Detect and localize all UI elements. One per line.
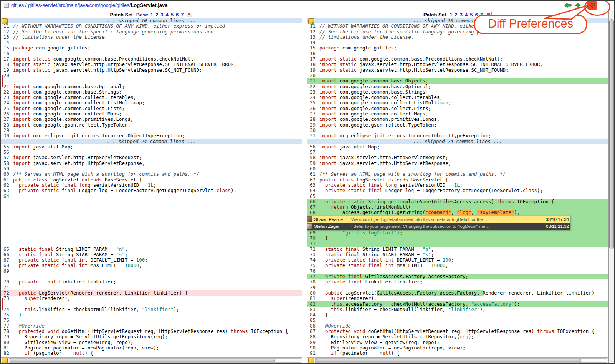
line-number[interactable]: 25 (307, 100, 317, 105)
line-number[interactable]: 19 (307, 68, 317, 73)
left-horizontal-scrollbar[interactable] (1, 357, 302, 363)
line-number[interactable]: 12 (1, 29, 11, 35)
up-to-change-icon[interactable] (575, 2, 581, 8)
line-number[interactable]: 65 (1, 247, 11, 252)
patchset-option-3[interactable]: 3 (160, 12, 163, 18)
line-number[interactable]: 58 (1, 161, 11, 166)
line-number[interactable]: 62 (1, 183, 11, 188)
file-comment-icon[interactable] (308, 18, 314, 24)
line-number[interactable]: 67 (1, 257, 11, 263)
scrollbar-thumb[interactable] (609, 19, 614, 249)
scrollbar-track[interactable] (9, 358, 301, 363)
line-number[interactable]: 68 (307, 210, 317, 215)
vertical-scrollbar[interactable] (608, 10, 614, 363)
line-number[interactable]: 77 (307, 274, 317, 279)
line-number[interactable] (1, 199, 11, 204)
line-number[interactable]: 90 (307, 345, 317, 351)
line-number[interactable]: 22 (1, 89, 11, 95)
line-number[interactable] (1, 274, 11, 279)
line-number[interactable]: 14 (1, 40, 11, 45)
line-number[interactable]: 67 (307, 204, 317, 210)
line-number[interactable]: 63 (307, 183, 317, 188)
line-number[interactable]: 55 (1, 144, 11, 150)
line-number[interactable]: 82 (1, 351, 11, 356)
line-number[interactable]: 64 (307, 188, 317, 193)
line-number[interactable]: 16 (307, 51, 317, 56)
patchset-option-1[interactable]: 1 (150, 12, 153, 18)
line-number[interactable]: 78 (1, 329, 11, 334)
scrollbar-thumb[interactable] (316, 359, 581, 362)
line-number[interactable] (1, 204, 11, 210)
line-number[interactable]: 71 (1, 285, 11, 290)
line-number[interactable]: 65 (307, 194, 317, 199)
patchset-option-5[interactable]: 5 (470, 12, 473, 18)
line-number[interactable]: 18 (1, 62, 11, 67)
line-number[interactable]: 82 (307, 301, 317, 307)
line-number[interactable]: 57 (307, 150, 317, 155)
line-number[interactable]: 24 (1, 100, 11, 105)
line-number[interactable]: 80 (1, 340, 11, 345)
breadcrumb-project-link[interactable]: gitiles (11, 2, 24, 8)
line-number[interactable]: 59 (307, 161, 317, 166)
line-number[interactable]: 81 (307, 296, 317, 301)
skipped-lines-banner[interactable]: ... skipped 24 common lines ... (307, 139, 608, 144)
line-number[interactable]: 12 (307, 29, 317, 35)
line-number[interactable]: 63 (1, 188, 11, 193)
line-number[interactable]: 18 (307, 62, 317, 67)
skipped-lines-banner[interactable]: ... skipped 10 common lines ... (1, 18, 302, 23)
line-number[interactable] (1, 230, 11, 236)
patchset-option-7[interactable]: 7 (181, 12, 184, 18)
line-number[interactable]: 21 (307, 78, 317, 84)
scrollbar-track[interactable] (315, 358, 607, 363)
patchset-option-4[interactable]: 4 (465, 12, 468, 18)
diff-preferences-button[interactable]: ⚙ (587, 1, 597, 10)
breadcrumb-path-link[interactable]: gitiles-servlet/src/main/java/com/google… (28, 2, 131, 8)
comment-thread[interactable]: Shawn PearceWe should get logDetail work… (307, 216, 570, 230)
patchset-option-base[interactable]: Base (136, 12, 148, 18)
line-number[interactable]: 13 (307, 35, 317, 40)
right-horizontal-scrollbar[interactable] (307, 357, 608, 363)
line-number[interactable]: 68 (1, 263, 11, 268)
line-number[interactable]: 29 (307, 122, 317, 128)
line-number[interactable]: 27 (1, 117, 11, 122)
line-number[interactable]: 60 (307, 166, 317, 171)
line-number[interactable]: 86 (307, 323, 317, 329)
line-number[interactable]: 79 (1, 334, 11, 339)
line-number[interactable]: 28 (307, 117, 317, 122)
line-number[interactable]: 23 (1, 95, 11, 100)
line-number[interactable] (1, 236, 11, 241)
line-number[interactable] (1, 78, 11, 84)
line-number[interactable]: 66 (307, 199, 317, 204)
line-number[interactable]: 72 (1, 290, 11, 296)
comment-row[interactable]: Stefan ZagerI defer to your judgement. C… (307, 223, 570, 230)
line-number[interactable]: 87 (307, 329, 317, 334)
line-number[interactable]: 85 (307, 318, 317, 323)
patchset-option-3[interactable]: 3 (460, 12, 463, 18)
line-number[interactable]: 31 (307, 133, 317, 138)
line-number[interactable]: 78 (307, 279, 317, 285)
line-number[interactable]: 81 (1, 345, 11, 351)
patchset-option-1[interactable]: 1 (450, 12, 452, 18)
line-number[interactable]: 20 (307, 73, 317, 78)
line-number[interactable]: 75 (1, 312, 11, 318)
line-number[interactable]: 27 (307, 111, 317, 117)
line-number[interactable]: 84 (307, 312, 317, 318)
line-number[interactable] (1, 210, 11, 215)
line-number[interactable]: 26 (307, 106, 317, 111)
line-number[interactable]: 59 (1, 166, 11, 171)
line-number[interactable]: 70 (1, 279, 11, 285)
line-number[interactable]: 77 (1, 323, 11, 329)
file-icon[interactable] (4, 3, 9, 8)
line-number[interactable]: 22 (307, 84, 317, 89)
line-number[interactable]: 80 (307, 290, 317, 296)
line-number[interactable]: 69 (307, 230, 317, 236)
line-number[interactable]: 57 (1, 155, 11, 160)
line-number[interactable]: 76 (307, 268, 317, 274)
line-number[interactable]: 58 (307, 155, 317, 160)
file-comment-icon[interactable] (2, 18, 8, 24)
comment-row[interactable]: Shawn PearceWe should get logDetail work… (307, 216, 570, 223)
line-number[interactable]: 25 (1, 106, 11, 111)
line-number[interactable]: 15 (1, 45, 11, 51)
line-number[interactable]: 73 (307, 252, 317, 257)
line-number[interactable]: 75 (307, 263, 317, 268)
